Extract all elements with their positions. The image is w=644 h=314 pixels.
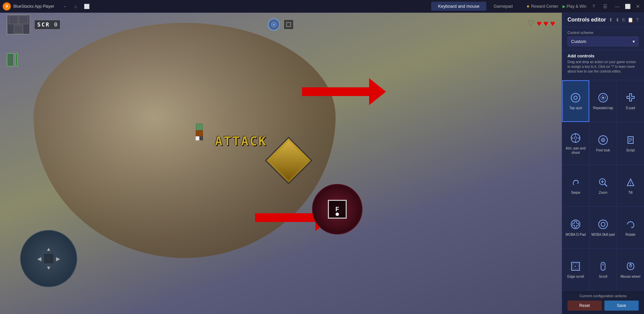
dpad-outer: ▲ ◀ ▶ ▼: [20, 230, 77, 287]
tilt-label: Tilt: [628, 190, 633, 195]
minimize-button[interactable]: —: [613, 3, 621, 10]
control-item-d-pad[interactable]: ✦D-pad: [617, 80, 644, 122]
control-item-repeated-tap[interactable]: Repeated tap: [590, 80, 617, 122]
tab-keyboard-mouse[interactable]: Keyboard and mouse: [431, 2, 486, 11]
control-item-edge-scroll[interactable]: Edge scroll: [562, 249, 589, 290]
mouse-wheel-label: Mouse wheel: [621, 274, 640, 279]
help-button[interactable]: ?: [590, 3, 597, 10]
settings-icon: [271, 21, 277, 28]
svg-point-6: [602, 97, 604, 99]
control-item-swipe[interactable]: Swipe: [562, 165, 589, 207]
dpad-arrow-ne: [53, 244, 63, 254]
score-value: 0: [54, 21, 57, 28]
reset-button[interactable]: Reset: [567, 301, 602, 311]
control-item-zoom[interactable]: Zoom: [590, 165, 617, 207]
close-button[interactable]: ✕: [635, 3, 641, 10]
heart-4: ♥: [550, 19, 555, 28]
heart-3: ♥: [544, 19, 548, 28]
hud-left: SCR 0: [7, 14, 60, 35]
d-pad-label: D-pad: [626, 106, 635, 110]
sidebar-title: Controls editor: [567, 17, 606, 23]
control-item-moba-d-pad[interactable]: MOBA D-Pad: [562, 207, 589, 248]
dpad-container: ▲ ◀ ▶ ▼: [20, 230, 77, 287]
scroll-icon: [597, 260, 609, 272]
titlebar-right: ★ Reward Center ▶ Play & Win ? ☰: [526, 3, 609, 10]
free-look-label: Free look: [596, 148, 610, 152]
tab-button[interactable]: ⬜: [82, 3, 92, 10]
sidebar-header-icons: ⬆ ⬇ ⎘ 📋 ?: [609, 17, 639, 23]
footer-buttons: Reset Save: [567, 301, 639, 311]
inventory-panel: [7, 14, 30, 35]
hud-bottom-left-icons: [7, 53, 18, 66]
rotate-label: Rotate: [626, 232, 635, 237]
free-look-icon: [597, 134, 609, 146]
home-button[interactable]: ⌂: [72, 3, 79, 10]
edge-scroll-label: Edge scroll: [567, 274, 584, 279]
hud-green-block-1: [7, 53, 14, 66]
restore-button[interactable]: ⬜: [624, 3, 632, 10]
dropdown-chevron-icon: ▾: [633, 39, 635, 44]
dpad-arrow-w[interactable]: ◀: [35, 254, 44, 263]
arrow-2-body: [255, 213, 315, 222]
attack-button-circle[interactable]: F: [312, 184, 362, 234]
control-scheme-label: Control scheme: [567, 31, 639, 35]
red-arrow-1: [302, 78, 386, 105]
control-item-free-look[interactable]: Free look: [590, 122, 617, 165]
dpad-arrow-s[interactable]: ▼: [44, 263, 53, 273]
score-label: SCR: [37, 21, 50, 28]
attack-text: ATTACK: [215, 134, 267, 148]
aim-pan-shoot-icon: [569, 132, 582, 144]
svg-line-21: [605, 184, 607, 186]
control-item-tap-spot[interactable]: Tap spot: [562, 80, 589, 122]
control-item-tilt[interactable]: Tilt: [617, 165, 644, 207]
save-button[interactable]: Save: [604, 301, 639, 311]
paste-icon[interactable]: 📋: [628, 17, 633, 23]
menu-button[interactable]: ☰: [601, 3, 609, 10]
svg-point-1: [273, 24, 275, 26]
dpad-arrow-nw: [35, 244, 44, 254]
help-sidebar-icon[interactable]: ?: [636, 17, 639, 23]
titlebar-nav: ← ⌂ ⬜: [61, 3, 91, 10]
control-item-rotate[interactable]: Rotate: [617, 207, 644, 248]
dpad-arrow-e[interactable]: ▶: [53, 254, 63, 263]
dpad-arrow-n[interactable]: ▲: [44, 244, 53, 254]
aim-pan-shoot-label: Aim, pan and shoot: [563, 146, 588, 155]
svg-point-27: [601, 222, 605, 226]
tilt-icon: [625, 176, 637, 188]
hud-top: SCR 0 ♡ ♥ ♥: [0, 16, 562, 33]
player-leg-right: [199, 136, 203, 140]
controls-editor-sidebar: Controls editor ⬆ ⬇ ⎘ 📋 ? Control scheme…: [562, 13, 644, 314]
svg-point-16: [602, 139, 604, 141]
svg-point-9: [574, 137, 577, 139]
hud-green-block-2: [15, 53, 18, 66]
script-label: Script: [626, 148, 635, 152]
reward-center-btn[interactable]: ★ Reward Center: [526, 4, 558, 9]
tab-gamepad[interactable]: Gamepad: [487, 2, 519, 11]
inv-slot: [19, 15, 28, 24]
copy-icon[interactable]: ⎘: [622, 17, 625, 23]
star-icon: ★: [526, 4, 530, 9]
download-icon[interactable]: ⬇: [615, 17, 620, 23]
control-item-moba-skill-pad[interactable]: MOBA Skill pad: [590, 207, 617, 248]
control-item-scroll[interactable]: Scroll: [590, 249, 617, 290]
upload-icon[interactable]: ⬆: [609, 17, 613, 23]
inv-slot: [9, 15, 18, 24]
player-legs: [196, 136, 203, 140]
d-pad-icon: ✦: [625, 92, 637, 104]
attack-btn-dot: [336, 213, 339, 216]
inv-row-2: [14, 25, 23, 34]
control-item-script[interactable]: Script: [617, 122, 644, 165]
hud-green-icons: [7, 53, 18, 66]
play-win-btn[interactable]: ▶ Play & Win: [562, 4, 587, 9]
back-button[interactable]: ←: [61, 3, 69, 10]
arrow-1-body: [302, 87, 369, 96]
hud-circle-icon: [268, 18, 280, 31]
mouse-wheel-icon: [625, 260, 637, 272]
hud-square-icon: [283, 19, 294, 30]
script-icon: [625, 134, 637, 146]
arrow-1-head: [369, 78, 386, 105]
control-scheme-dropdown[interactable]: Custom ▾: [567, 37, 639, 46]
svg-text:✦: ✦: [629, 96, 631, 99]
control-item-mouse-wheel[interactable]: Mouse wheel: [617, 249, 644, 290]
control-item-aim-pan-shoot[interactable]: Aim, pan and shoot: [562, 122, 589, 165]
